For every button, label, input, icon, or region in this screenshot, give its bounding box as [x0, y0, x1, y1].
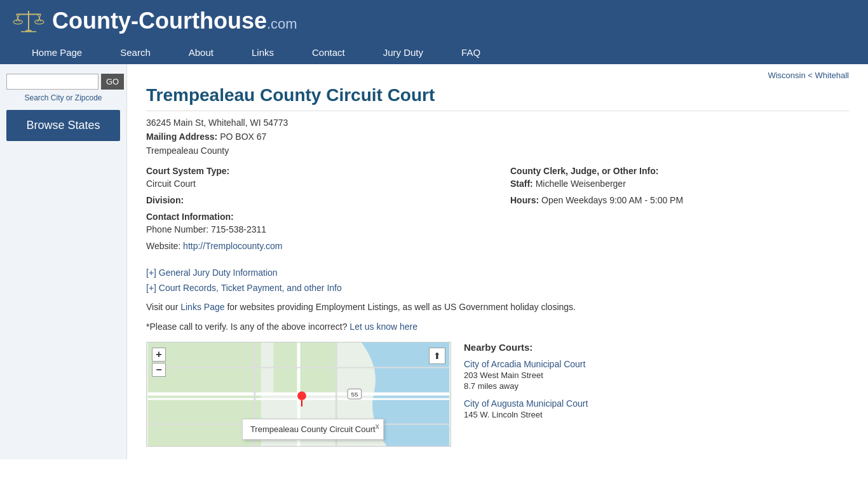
links-page-link[interactable]: Links Page [180, 302, 224, 312]
svg-point-23 [297, 391, 306, 400]
breadcrumb-separator: < [806, 71, 815, 80]
nearby-title: Nearby Courts: [464, 342, 849, 353]
nearby-court-1-name[interactable]: City of Augusta Municipal Court [464, 398, 849, 409]
let-us-know-link[interactable]: Let us know here [349, 322, 417, 332]
clerk-label: County Clerk, Judge, or Other Info: [510, 166, 849, 176]
map-popup-title: Trempealeau County Circuit Court [250, 424, 376, 434]
header-top: County-Courthouse.com [13, 8, 855, 41]
left-info: Court System Type: Circuit Court Divisio… [146, 166, 485, 257]
division-label: Division: [146, 195, 485, 205]
hours-value: Open Weekdays 9:00 AM - 5:00 PM [541, 195, 683, 205]
breadcrumb-state[interactable]: Wisconsin [768, 71, 805, 80]
svg-point-4 [13, 20, 22, 24]
hours-label: Hours: [510, 195, 539, 205]
map-container: 55 + − ⬆ x Trempealeau County Circuit Co… [146, 342, 451, 447]
system-type-label: Court System Type: [146, 166, 485, 176]
links-text-post: for websites providing Employment Listin… [225, 302, 576, 312]
nearby-court-0-address: 203 West Main Street [464, 370, 849, 380]
website: Website: http://Tremplocounty.com [146, 241, 485, 251]
staff-value: Michelle Weisenberger [536, 179, 626, 189]
nearby-court-0-distance: 8.7 miles away [464, 381, 849, 391]
search-label: Search City or Zipcode [6, 93, 120, 102]
info-grid: Court System Type: Circuit Court Divisio… [146, 166, 849, 257]
content-wrapper: GO Search City or Zipcode Browse States … [0, 64, 868, 459]
mailing-value: PO BOX 67 [220, 132, 266, 142]
search-input[interactable] [6, 74, 98, 90]
contact-label: Contact Information: [146, 212, 485, 222]
nav-jury[interactable]: Jury Duty [364, 41, 442, 64]
nearby-court-0-name[interactable]: City of Arcadia Municipal Court [464, 359, 849, 369]
mailing-label: Mailing Address: [146, 132, 217, 142]
nav-links[interactable]: Links [233, 41, 293, 64]
sidebar: GO Search City or Zipcode Browse States [0, 64, 127, 459]
jury-duty-link[interactable]: [+] General Jury Duty Information [146, 268, 849, 278]
breadcrumb: Wisconsin < Whitehall [146, 71, 849, 80]
nav-faq[interactable]: FAQ [442, 41, 499, 64]
map-zoom-in-button[interactable]: + [152, 348, 166, 362]
links-text-pre: Visit our [146, 302, 180, 312]
nav-contact[interactable]: Contact [293, 41, 364, 64]
map-popup: x Trempealeau County Circuit Court [242, 419, 384, 440]
breadcrumb-city[interactable]: Whitehall [815, 71, 849, 80]
go-button[interactable]: GO [101, 74, 124, 90]
map-nearby-wrapper: 55 + − ⬆ x Trempealeau County Circuit Co… [146, 342, 849, 447]
map-zoom-out-button[interactable]: − [152, 363, 166, 377]
website-link[interactable]: http://Tremplocounty.com [183, 241, 282, 251]
hours: Hours: Open Weekdays 9:00 AM - 5:00 PM [510, 195, 849, 205]
scales-icon [13, 8, 44, 34]
county-name: Trempealeau County [146, 146, 849, 156]
nav-home[interactable]: Home Page [13, 41, 101, 64]
links-info: Visit our Links Page for websites provid… [146, 301, 849, 314]
system-type-value: Circuit Court [146, 179, 485, 189]
browse-states-button[interactable]: Browse States [6, 110, 120, 141]
website-label: Website: [146, 241, 180, 251]
staff: Staff: Michelle Weisenberger [510, 179, 849, 189]
main-content: Wisconsin < Whitehall Trempealeau County… [127, 64, 868, 459]
verify-text: *Please call to verify. Is any of the ab… [146, 322, 849, 332]
phone: Phone Number: 715-538-2311 [146, 224, 485, 234]
site-header: County-Courthouse.com Home Page Search A… [0, 0, 868, 64]
court-title: Trempealeau County Circuit Court [146, 85, 849, 111]
right-info: County Clerk, Judge, or Other Info: Staf… [510, 166, 849, 257]
search-box-wrapper: GO [6, 74, 120, 90]
svg-point-6 [35, 20, 44, 24]
mailing-address: Mailing Address: PO BOX 67 [146, 132, 849, 142]
nav-about[interactable]: About [170, 41, 233, 64]
site-title: County-Courthouse.com [52, 8, 297, 34]
title-com: .com [267, 16, 297, 32]
map-share-button[interactable]: ⬆ [429, 348, 445, 364]
phone-value: 715-538-2311 [211, 224, 266, 234]
court-records-link[interactable]: [+] Court Records, Ticket Payment, and o… [146, 283, 849, 293]
main-nav: Home Page Search About Links Contact Jur… [13, 41, 855, 64]
staff-label: Staff: [510, 179, 533, 189]
svg-text:55: 55 [351, 391, 358, 398]
court-address: 36245 Main St, Whitehall, WI 54773 [146, 118, 849, 128]
nearby-court-1-address: 145 W. Lincoln Street [464, 410, 849, 419]
map-popup-close-button[interactable]: x [376, 422, 379, 431]
nearby-courts: Nearby Courts: City of Arcadia Municipal… [464, 342, 849, 447]
nav-search[interactable]: Search [101, 41, 170, 64]
verify-static: *Please call to verify. Is any of the ab… [146, 322, 349, 332]
phone-label: Phone Number: [146, 224, 208, 234]
title-text: County-Courthouse [52, 8, 267, 34]
